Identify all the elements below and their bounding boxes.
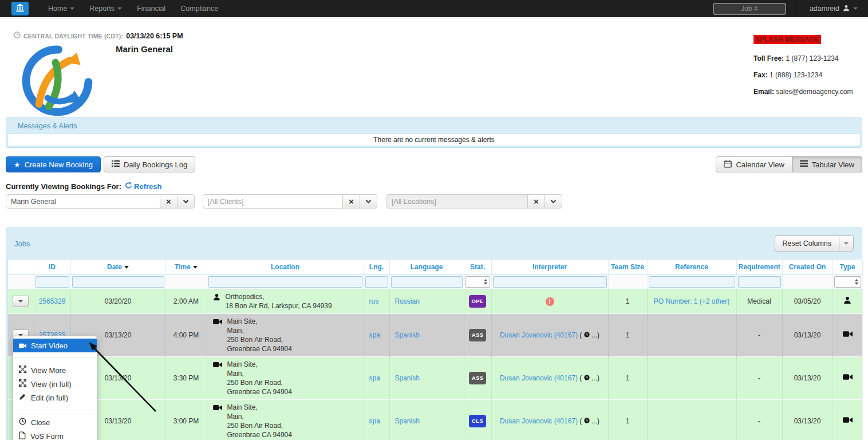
column-header-id[interactable]: ID — [34, 260, 70, 275]
cell-lng: spa — [364, 357, 389, 400]
cell-location: Main Site,Main,250 Bon Air Road,Greenbra… — [207, 314, 364, 357]
agency-logo — [21, 44, 94, 119]
job-id-link[interactable]: 2565329 — [39, 297, 66, 305]
clock-icon — [14, 32, 21, 40]
cell-location: Main Site,Main,250 Bon Air Road,Greenbra… — [207, 357, 364, 400]
calendar-view-button[interactable]: Calendar View — [716, 156, 792, 172]
menu-divider — [13, 410, 97, 410]
reference-link[interactable]: PO Number: 1 (+2 other) — [654, 297, 729, 305]
cell-lng: rus — [364, 289, 389, 314]
language-code-link[interactable]: spa — [369, 374, 380, 382]
page-header: CENTRAL DAYLIGHT TIME (CDT): 03/13/20 6:… — [0, 19, 868, 115]
current-datetime: 03/13/20 6:15 PM — [126, 32, 183, 40]
cell-interpreter: ! — [491, 289, 608, 314]
video-icon — [19, 341, 26, 350]
filter-input-requirement[interactable] — [738, 276, 781, 288]
viewing-bookings-label: Currently Viewing Bookings For: — [6, 182, 121, 191]
language-code-link[interactable]: rus — [369, 297, 379, 305]
splash-message: SPLASH MESSAGE — [753, 35, 821, 44]
nav-item-compliance[interactable]: Compliance — [180, 5, 218, 13]
column-header-created_on[interactable]: Created On — [782, 260, 833, 275]
clients-dropdown-button[interactable] — [360, 194, 377, 209]
interpreter-link[interactable]: Dusan Jovanovic (40167) — [500, 374, 578, 382]
interpreter-link[interactable]: Dusan Jovanovic (40167) — [500, 331, 578, 339]
clear-icon: × — [534, 197, 539, 206]
facility-clear-button[interactable]: × — [160, 194, 177, 209]
cell-requirement: - — [736, 400, 782, 440]
messages-alerts-empty-text: There are no current messages & alerts — [7, 133, 861, 146]
table-row: 03/13/203:30 PMMain Site,Main,250 Bon Ai… — [8, 357, 862, 400]
filter-input-lng[interactable] — [365, 276, 388, 288]
nav-item-reports[interactable]: Reports — [89, 5, 122, 13]
menu-item-close[interactable]: Close — [13, 415, 97, 429]
column-header-location[interactable]: Location — [207, 260, 364, 275]
menu-item-start-video[interactable]: Start Video — [13, 339, 97, 352]
person-icon — [843, 298, 851, 306]
clients-clear-button[interactable]: × — [342, 194, 360, 209]
filter-input-id[interactable] — [35, 276, 69, 288]
column-header-lng[interactable]: Lng. — [364, 260, 389, 275]
menu-item-edit-in-full-[interactable]: Edit (in full) — [13, 391, 97, 404]
cell-team_size: 1 — [608, 357, 647, 400]
facility-dropdown-button[interactable] — [177, 194, 195, 209]
cell-lng: spa — [364, 400, 389, 440]
reset-columns-caret-button[interactable] — [839, 235, 854, 252]
column-header-date[interactable]: Date — [70, 260, 165, 275]
locations-dropdown-button[interactable] — [545, 194, 562, 209]
language-link[interactable]: Spanish — [395, 417, 420, 425]
reset-columns-button[interactable]: Reset Columns — [775, 235, 839, 252]
cell-time: 3:00 PM — [165, 400, 207, 440]
cell-time: 3:30 PM — [165, 357, 207, 400]
refresh-link[interactable]: Refresh — [125, 182, 161, 191]
language-link[interactable]: Russian — [395, 297, 420, 305]
column-header-time[interactable]: Time — [165, 260, 207, 275]
nav-item-home[interactable]: Home — [48, 5, 74, 13]
nav-item-financial[interactable]: Financial — [137, 5, 165, 13]
locations-clear-button[interactable]: × — [527, 194, 545, 209]
tabular-view-button[interactable]: Tabular View — [792, 156, 862, 172]
language-code-link[interactable]: spa — [369, 331, 380, 339]
filter-input-language[interactable] — [391, 276, 463, 288]
column-header-stat[interactable]: Stat. — [464, 260, 491, 275]
interpreter-link[interactable]: Dusan Jovanovic (40167) — [500, 417, 578, 425]
column-header-language[interactable]: Language — [389, 260, 464, 275]
filter-input-interpreter[interactable] — [493, 276, 607, 288]
status-badge: ASS — [469, 329, 486, 341]
user-menu[interactable]: adamreid — [796, 2, 862, 16]
menu-item-view-in-full-[interactable]: View (in full) — [13, 377, 97, 391]
column-header-team_size[interactable]: Team Size — [608, 260, 647, 275]
column-header-requirement[interactable]: Requirement — [736, 260, 782, 275]
column-header-reference[interactable]: Reference — [647, 260, 736, 275]
clear-icon: × — [349, 197, 354, 206]
create-new-booking-button[interactable]: ★ Create New Booking — [6, 156, 101, 172]
menu-item-vos-form[interactable]: VoS Form — [13, 429, 97, 440]
fax-line: Fax: 1 (888) 123-1234 — [753, 71, 860, 79]
row-expander-button[interactable] — [13, 296, 29, 307]
clients-filter-input[interactable] — [203, 194, 343, 209]
column-header-type[interactable]: Type — [833, 260, 862, 275]
filter-input-location[interactable] — [208, 276, 362, 288]
language-link[interactable]: Spanish — [395, 331, 420, 339]
daily-bookings-log-button[interactable]: Daily Bookings Log — [104, 156, 195, 172]
filter-select-stat[interactable] — [465, 276, 490, 288]
filter-input-reference[interactable] — [649, 276, 735, 288]
cell-stat: ASS — [464, 314, 491, 357]
facility-filter-input[interactable] — [6, 194, 160, 209]
language-link[interactable]: Spanish — [395, 374, 420, 382]
table-row: 256532903/20/202:00 AMOrthopedics,18 Bon… — [8, 289, 862, 314]
email-line: Email: sales@demoagency.com — [753, 88, 860, 96]
menu-item-view-more[interactable]: View More — [13, 363, 97, 377]
brand-logo[interactable] — [11, 2, 29, 15]
column-header-interpreter[interactable]: Interpreter — [491, 260, 608, 275]
cell-type — [833, 289, 862, 314]
job-number-input[interactable] — [713, 3, 786, 15]
star-icon: ★ — [14, 160, 21, 169]
top-navbar: HomeReportsFinancialCompliance adamreid — [0, 0, 868, 17]
jobs-panel: Jobs Reset Columns IDDateTimeLocationLng… — [6, 227, 862, 440]
filter-select-type[interactable] — [834, 276, 861, 288]
person-icon — [213, 293, 220, 303]
jobs-panel-title: Jobs — [14, 239, 30, 248]
filter-input-date[interactable] — [72, 276, 164, 288]
language-code-link[interactable]: spa — [369, 417, 380, 425]
spinner-arrows-icon — [855, 279, 858, 285]
